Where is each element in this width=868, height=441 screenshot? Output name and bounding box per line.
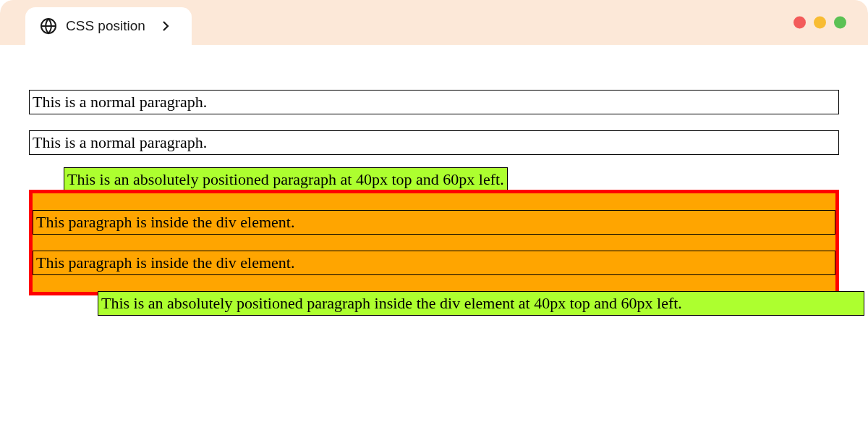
chevron-right-icon <box>160 20 171 32</box>
normal-paragraph-1: This is a normal paragraph. <box>29 90 839 114</box>
browser-tab[interactable]: CSS position <box>25 7 192 45</box>
browser-tab-bar: CSS position <box>0 0 868 45</box>
div-paragraph-2: This paragraph is inside the div element… <box>33 251 835 275</box>
window-minimize-button[interactable] <box>814 17 826 29</box>
page-content: This is a normal paragraph. This is a no… <box>0 45 868 324</box>
div-absolute-paragraph: This is an absolutely positioned paragra… <box>98 291 864 316</box>
absolute-paragraph: This is an absolutely positioned paragra… <box>64 167 508 192</box>
window-maximize-button[interactable] <box>834 17 846 29</box>
content-body: This is a normal paragraph. This is a no… <box>29 90 839 295</box>
div-paragraph-1: This paragraph is inside the div element… <box>33 210 835 235</box>
relative-div: This paragraph is inside the div element… <box>29 190 839 295</box>
tab-title: CSS position <box>66 18 145 34</box>
window-controls <box>793 17 846 29</box>
normal-paragraph-2: This is a normal paragraph. <box>29 130 839 155</box>
window-close-button[interactable] <box>793 17 806 29</box>
globe-icon <box>40 17 57 35</box>
